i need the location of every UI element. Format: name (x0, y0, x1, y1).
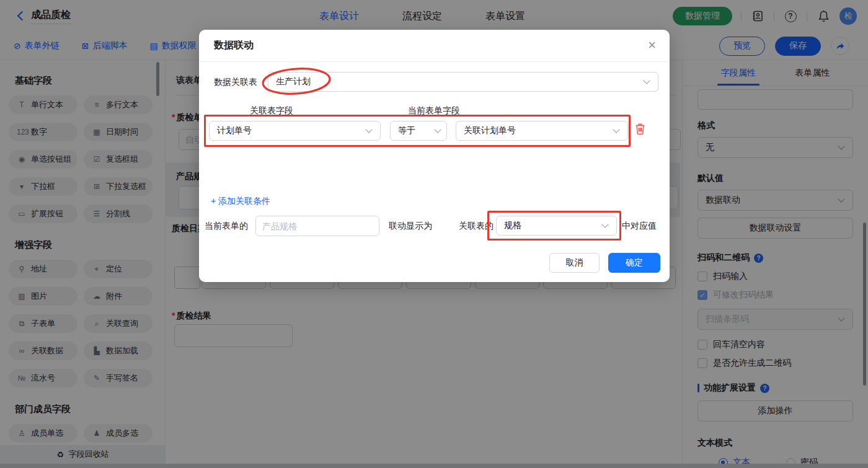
condition-right-select[interactable]: 关联计划单号 (456, 121, 628, 141)
confirm-button[interactable]: 确定 (608, 253, 660, 273)
col-left-header: 关联表字段 (250, 105, 293, 117)
col-right-header: 当前表单字段 (408, 105, 460, 117)
chevron-down-icon (434, 126, 441, 133)
current-field-input[interactable] (255, 216, 379, 236)
data-linkage-modal: 数据联动 × 数据关联表 生产计划 关联表字段 当前表单字段 计划单号 等于 关… (199, 30, 670, 282)
condition-left-select[interactable]: 计划单号 (209, 121, 381, 141)
current-form-label: 当前表单的 (205, 221, 248, 232)
rel-table-label: 数据关联表 (214, 77, 257, 88)
chevron-down-icon (643, 77, 650, 84)
delete-condition-icon[interactable] (635, 123, 645, 137)
close-icon[interactable]: × (648, 38, 656, 52)
rel-field-select[interactable]: 规格 (496, 216, 617, 236)
modal-header: 数据联动 × (199, 30, 670, 62)
link-display-label: 联动显示为 (389, 221, 432, 232)
rel-table-select[interactable]: 生产计划 (268, 72, 658, 92)
suffix-label: 中对应值 (622, 221, 657, 232)
chevron-down-icon (613, 126, 619, 133)
rel-table-of-label: 关联表的 (459, 221, 494, 232)
condition-op-select[interactable]: 等于 (390, 121, 447, 141)
cancel-button[interactable]: 取消 (549, 253, 600, 273)
modal-title: 数据联动 (214, 39, 254, 52)
add-condition-link[interactable]: + 添加关联条件 (211, 196, 270, 207)
chevron-down-icon (601, 221, 608, 227)
chevron-down-icon (365, 126, 372, 133)
